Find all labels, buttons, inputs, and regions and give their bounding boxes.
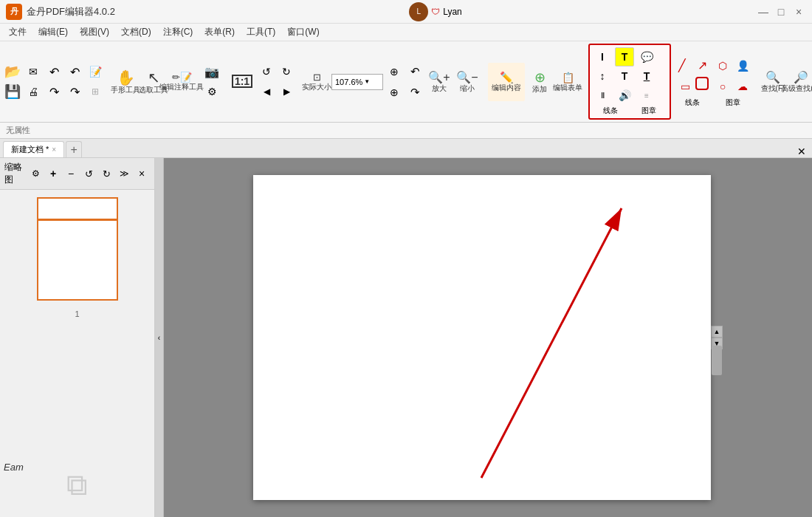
polygon-button[interactable]: ⬡ [713, 56, 732, 75]
rotate-cw-button[interactable]: ↻ [277, 62, 296, 81]
replace-text-button[interactable]: ≡ [637, 86, 656, 105]
sidebar-collapse-handle[interactable]: ‹ [155, 158, 164, 517]
text-highlight-button[interactable]: T [615, 47, 634, 66]
sidebar-settings-btn[interactable]: ⚙ [27, 165, 44, 182]
text-cursor3-button[interactable]: Ⅱ [593, 86, 612, 105]
menu-tools[interactable]: 工具(T) [241, 24, 281, 40]
sidebar-toggle[interactable]: ◀ [257, 82, 276, 101]
extra-btn1[interactable]: 📝 [86, 62, 105, 81]
zoom-group: 107.6% ▼ [331, 62, 383, 102]
shield-icon: 🛡 [431, 7, 440, 17]
lines-label: 线条 [592, 106, 629, 116]
cursor-icon: ↖ [148, 70, 160, 85]
circle-button[interactable]: ○ [713, 77, 732, 96]
lines-group-label: 线条 [685, 97, 700, 108]
sidebar-rotate-btn2[interactable]: ↻ [98, 165, 114, 182]
find-button[interactable]: 🔍 查找(F) [760, 63, 786, 101]
person-silhouette-button[interactable]: 👤 [733, 56, 752, 75]
line-button[interactable]: ╱ [672, 56, 692, 75]
menu-window[interactable]: 窗口(W) [281, 24, 325, 40]
edit-content-button[interactable]: ✏️ 编辑内容 [488, 63, 525, 101]
email-button[interactable]: ✉ [24, 62, 43, 81]
undo-button[interactable]: ↶ [44, 62, 63, 81]
edit-content-label: 编辑内容 [492, 84, 521, 92]
add-label: 添加 [532, 86, 547, 93]
extra-btn2[interactable]: ⊞ [86, 82, 105, 101]
save-button[interactable]: 💾 [3, 82, 22, 101]
sidebar-toggle2[interactable]: ▶ [277, 82, 296, 101]
sidebar: 缩略图 ⚙ + − ↺ ↻ ≫ × 1 ⧉ Eam [0, 158, 155, 517]
select-tool-button[interactable]: ↖ 选取工具 [140, 63, 167, 101]
redo-button[interactable]: ↷ [44, 82, 63, 101]
vertical-scrollbar[interactable]: ▲ ▼ [711, 326, 723, 349]
minimize-button[interactable]: — [756, 4, 771, 19]
one-to-one-button[interactable]: 1:1 [229, 63, 255, 101]
cloud-button[interactable]: ☁ [733, 77, 752, 96]
audio-button[interactable]: 🔊 [615, 86, 634, 105]
menu-edit[interactable]: 编辑(E) [32, 24, 74, 40]
advanced-find-button[interactable]: 🔎 高级查找(S) [788, 63, 812, 101]
hand-tool-button[interactable]: ✋ 手形工具 [112, 63, 139, 101]
zoom-scroll-down[interactable]: ⊕ [385, 83, 404, 102]
fit-page-label: 实际大小 [302, 83, 331, 91]
close-doc-button[interactable]: ✕ [797, 145, 806, 157]
rotate-ccw-button[interactable]: ↺ [257, 62, 276, 81]
properties-bar: 无属性 [0, 123, 812, 139]
add-button[interactable]: ⊕ 添加 [526, 63, 553, 101]
undo2-button[interactable]: ↶ [65, 62, 84, 81]
settings-button[interactable]: ⚙ [202, 82, 221, 101]
menu-document[interactable]: 文档(D) [115, 24, 157, 40]
sidebar-rotate-btn1[interactable]: ↺ [80, 165, 97, 182]
highlight-row1: I ↕ Ⅱ T T 🔊 💬 T ≡ [592, 47, 667, 105]
tab-bar: 新建文档 * × + ✕ [0, 139, 812, 158]
menu-view[interactable]: 视图(V) [74, 24, 115, 40]
sidebar-zoom-in-btn[interactable]: + [45, 165, 61, 182]
zoom-scroll-up[interactable]: ⊕ [385, 62, 404, 81]
edit-form-icon: 📋 [562, 72, 574, 83]
camera-button[interactable]: 📷 [202, 62, 221, 81]
eam-text: Eam [4, 462, 24, 473]
collapse-row: ◀ ▶ [257, 82, 296, 101]
restore-button[interactable]: □ [774, 4, 788, 19]
new-tab-button[interactable]: + [66, 141, 82, 157]
text-move-button[interactable]: T [615, 66, 634, 86]
zoom-display[interactable]: 107.6% ▼ [331, 74, 383, 90]
title-bar: 丹 金丹PDF编辑器4.0.2 L 🛡 Lyan — □ × [0, 0, 812, 24]
tab-close-button[interactable]: × [52, 145, 56, 154]
page-thumbnail[interactable] [37, 197, 118, 301]
text-cursor-button[interactable]: I [593, 47, 612, 66]
edit-annotation-button[interactable]: ✏📝 编辑注释工具 [168, 63, 195, 101]
active-tab[interactable]: 新建文档 * × [3, 141, 64, 157]
menu-file[interactable]: 文件 [3, 24, 32, 40]
fit-page-button[interactable]: ⊡ 实际大小 [303, 63, 330, 101]
zoom-in-button[interactable]: 🔍+ 放大 [426, 63, 453, 101]
edit-form-button[interactable]: 📋 编辑表单 [554, 63, 581, 101]
redo3-button[interactable]: ↷ [405, 83, 424, 102]
text-cursor2-button[interactable]: ↕ [593, 66, 612, 86]
sidebar-more-btn[interactable]: ≫ [116, 165, 132, 182]
sidebar-zoom-out-btn[interactable]: − [63, 165, 79, 182]
shapes-label: 图章 [630, 106, 667, 116]
sidebar-close-btn[interactable]: × [134, 165, 150, 182]
one-to-one-icon: 1:1 [232, 75, 252, 88]
close-button[interactable]: × [791, 4, 806, 19]
callout-button[interactable]: 💬 [637, 47, 656, 66]
undo-redo2-group: ↶ ↷ [405, 62, 424, 102]
arrow-button[interactable]: ↗ [692, 56, 712, 75]
open-button[interactable]: 📂 [3, 62, 22, 81]
edit-content-icon: ✏️ [500, 72, 514, 83]
menu-form[interactable]: 表单(R) [199, 24, 241, 40]
rect-button[interactable]: ▭ [675, 77, 695, 96]
scroll-thumb[interactable] [712, 346, 722, 375]
advanced-find-label: 高级查找(S) [781, 85, 812, 92]
undo3-button[interactable]: ↶ [405, 62, 424, 81]
menu-comment[interactable]: 注释(C) [157, 24, 199, 40]
zoom-out-button[interactable]: 🔍− 缩小 [454, 63, 481, 101]
underline-button[interactable]: T [637, 66, 656, 86]
camera-group: 📷 ⚙ [202, 62, 221, 101]
redo2-button[interactable]: ↷ [65, 82, 84, 101]
print-button[interactable]: 🖨 [24, 82, 43, 101]
tab-bar-right: ✕ [82, 145, 809, 157]
rounded-rect-button[interactable] [695, 77, 709, 90]
scroll-up-button[interactable]: ▲ [711, 326, 723, 338]
